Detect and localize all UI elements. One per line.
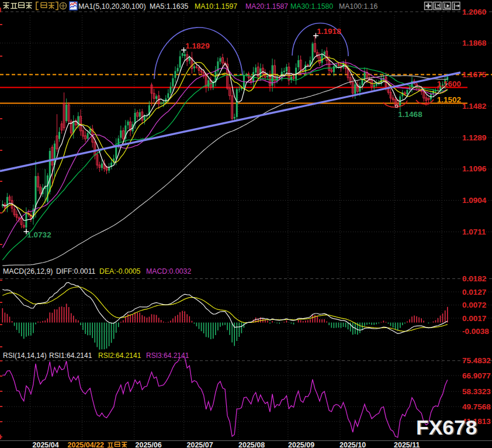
svg-text:1.1289: 1.1289 <box>462 133 486 142</box>
svg-text:MA100:1.16: MA100:1.16 <box>339 2 377 11</box>
svg-text:2025/08: 2025/08 <box>238 441 265 448</box>
svg-text:0.0182: 0.0182 <box>462 274 486 283</box>
svg-text:1.1468: 1.1468 <box>398 110 422 119</box>
svg-text:1.1868: 1.1868 <box>462 39 487 47</box>
svg-text:MA10:1.1597: MA10:1.1597 <box>195 2 237 11</box>
svg-text:49.7568: 49.7568 <box>462 402 491 411</box>
svg-text:0.0127: 0.0127 <box>462 288 486 297</box>
svg-text:MA5:1.1635: MA5:1.1635 <box>150 2 188 11</box>
svg-text:1.2060: 1.2060 <box>462 8 486 16</box>
svg-text:75.4832: 75.4832 <box>462 356 491 365</box>
svg-text:0.0017: 0.0017 <box>462 314 486 323</box>
svg-text:2025/11: 2025/11 <box>394 441 420 448</box>
svg-text:1.0904: 1.0904 <box>462 196 487 205</box>
svg-text:1.1096: 1.1096 <box>462 164 487 173</box>
svg-text:2025/10: 2025/10 <box>339 441 366 448</box>
svg-text:MA20:1.1587: MA20:1.1587 <box>245 2 288 11</box>
svg-text:1.0711: 1.0711 <box>462 228 486 236</box>
svg-text:58.3323: 58.3323 <box>462 387 491 396</box>
svg-text:2025/04: 2025/04 <box>33 441 59 448</box>
svg-text:1.1829: 1.1829 <box>185 42 209 50</box>
svg-text:RSI1:64.2141: RSI1:64.2141 <box>49 351 92 360</box>
svg-text:1.1600: 1.1600 <box>437 80 461 88</box>
svg-text:FX678: FX678 <box>416 416 477 439</box>
svg-text:RSI2:64.2141: RSI2:64.2141 <box>98 351 141 360</box>
svg-text:-0.0038: -0.0038 <box>462 327 489 336</box>
svg-text:2025/09: 2025/09 <box>288 441 314 448</box>
svg-text:1.1675: 1.1675 <box>462 70 487 79</box>
svg-text:MACD:0.0032: MACD:0.0032 <box>146 267 191 275</box>
svg-text:2025/04/22: 2025/04/22 <box>68 441 105 448</box>
svg-text:1.1482: 1.1482 <box>462 102 486 111</box>
svg-text:1.1502: 1.1502 <box>437 95 461 104</box>
svg-text:MACD(26,12,9): MACD(26,12,9) <box>3 267 53 275</box>
svg-text:RSI3:64.2141: RSI3:64.2141 <box>146 351 189 360</box>
svg-text:2025/06: 2025/06 <box>136 441 162 448</box>
svg-text:RSI(14,14,14): RSI(14,14,14) <box>3 351 47 360</box>
svg-text:MA30:1.1580: MA30:1.1580 <box>290 2 333 11</box>
svg-text:2025/07: 2025/07 <box>187 441 213 448</box>
svg-text:1.1918: 1.1918 <box>317 27 341 36</box>
svg-text:DEA:-0.0005: DEA:-0.0005 <box>99 267 141 275</box>
svg-text:66.9077: 66.9077 <box>462 371 491 380</box>
svg-text:1.0732: 1.0732 <box>27 230 51 239</box>
svg-text:DIFF:0.0011: DIFF:0.0011 <box>56 267 96 275</box>
svg-text:MA1(5,10,20,30,100): MA1(5,10,20,30,100) <box>78 2 146 11</box>
svg-text:0.0072: 0.0072 <box>462 301 486 309</box>
